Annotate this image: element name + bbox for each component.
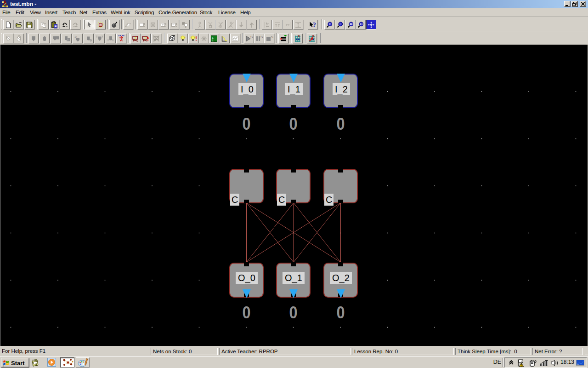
svg-text:2.: 2. — [212, 39, 214, 42]
svg-text:S: S — [271, 35, 273, 39]
svg-text:S: S — [260, 35, 263, 39]
svg-text:?: ? — [313, 21, 317, 29]
svg-text:S: S — [250, 35, 253, 39]
